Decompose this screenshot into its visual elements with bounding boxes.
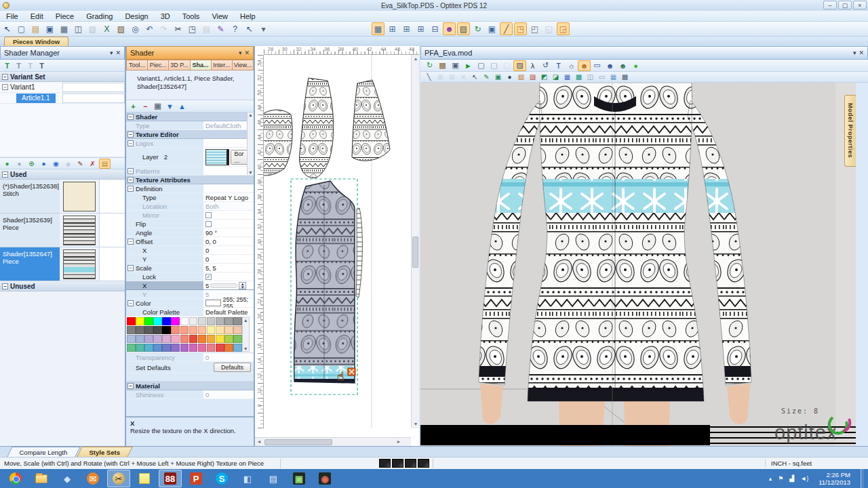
- tab-style-sets[interactable]: Style Sets: [77, 447, 133, 457]
- scale-x-slider[interactable]: [210, 283, 237, 288]
- run-simulation[interactable]: ►: [462, 60, 475, 71]
- cube-blue[interactable]: ▦: [561, 73, 573, 82]
- shader-inactive[interactable]: ●: [14, 159, 25, 169]
- palette-swatch[interactable]: [171, 326, 180, 334]
- taskbar-visual-app[interactable]: ◧: [236, 470, 259, 487]
- cube-teal[interactable]: ▩: [573, 73, 585, 82]
- cloth-drape[interactable]: ◫: [585, 73, 596, 82]
- variant-value-cell[interactable]: [62, 83, 125, 92]
- shader-panel-tab[interactable]: Piec...: [148, 60, 169, 70]
- palette-swatch[interactable]: [207, 326, 216, 334]
- prop-logos[interactable]: −Logos: [126, 139, 254, 148]
- save-file[interactable]: ▣: [43, 22, 56, 35]
- help[interactable]: ?: [229, 22, 241, 35]
- menu-item[interactable]: Help: [234, 11, 262, 22]
- prop-layer[interactable]: Layer2 Bor ...: [126, 148, 254, 167]
- taskbar-sticky-notes[interactable]: [133, 470, 156, 487]
- piece-outline[interactable]: ◰: [528, 22, 541, 35]
- palette-swatch[interactable]: [189, 335, 198, 343]
- excel-export[interactable]: X: [100, 22, 113, 35]
- flip-checkbox[interactable]: [205, 221, 212, 227]
- fabric-texture[interactable]: ▨: [513, 60, 526, 71]
- palette-swatch[interactable]: [180, 335, 189, 343]
- palette-swatch[interactable]: [127, 344, 136, 352]
- cube-red[interactable]: ▨: [527, 73, 538, 82]
- used-shaders-header[interactable]: − Used: [0, 169, 125, 180]
- taskbar-chrome[interactable]: [4, 470, 27, 487]
- shader-list-item[interactable]: Shader[1352647]Piece: [0, 247, 125, 281]
- tree-item-variant1[interactable]: − Variant1: [0, 82, 125, 93]
- pattern-canvas[interactable]: ☝: [264, 55, 411, 428]
- grading-table[interactable]: ⊞: [386, 22, 399, 35]
- piece-fold[interactable]: ◳: [514, 22, 527, 35]
- taskbar-photos-2[interactable]: ◉: [313, 470, 336, 487]
- section-texture-attributes[interactable]: −Texture Attributes: [126, 176, 254, 184]
- assign-shader[interactable]: ◉: [50, 159, 62, 169]
- palette-swatch[interactable]: [127, 335, 136, 343]
- shader-panel-tab[interactable]: Inter...: [212, 60, 233, 70]
- avatar-group[interactable]: ☻: [604, 60, 616, 71]
- split-view-right[interactable]: ⊞: [446, 73, 458, 82]
- new-variant-shirt[interactable]: T: [36, 60, 47, 70]
- collapse-icon[interactable]: −: [2, 84, 8, 90]
- undo[interactable]: ↶: [143, 22, 156, 35]
- shader-panel-tab[interactable]: 3D P...: [169, 60, 190, 70]
- palette-value[interactable]: Default Palette: [203, 308, 254, 316]
- select-cursor-tool[interactable]: ↖: [1, 22, 14, 35]
- split-view-left[interactable]: ⊞: [435, 73, 446, 82]
- grid-scrollbar[interactable]: ▲▼: [247, 113, 254, 175]
- texture-stamp[interactable]: ▩: [619, 73, 631, 82]
- apply-shader[interactable]: ●: [1, 159, 13, 169]
- shader-panel-tab[interactable]: View...: [233, 60, 254, 70]
- pin-icon[interactable]: ▾: [853, 49, 856, 56]
- close-icon[interactable]: ✕: [859, 49, 864, 56]
- menu-item[interactable]: Piece: [50, 11, 81, 22]
- design-options[interactable]: ✎: [214, 22, 227, 35]
- paste[interactable]: ▤: [200, 22, 213, 35]
- open-folder[interactable]: ▤: [29, 22, 42, 35]
- offset-value[interactable]: 0, 0: [203, 237, 254, 245]
- paint-shader-brush[interactable]: ✎: [75, 159, 86, 169]
- taskbar-dropbox[interactable]: ◆: [56, 470, 79, 487]
- palette-swatch[interactable]: [180, 317, 189, 325]
- cut-scissors[interactable]: ✂: [172, 22, 184, 35]
- section-material[interactable]: −Material: [126, 382, 254, 390]
- redo[interactable]: ↷: [157, 22, 170, 35]
- texture-mode[interactable]: ▩: [436, 60, 449, 71]
- variants-table[interactable]: ⊞: [400, 22, 413, 35]
- add-avatar[interactable]: ☻: [616, 60, 629, 71]
- palette-swatch[interactable]: [224, 344, 233, 352]
- defaults-button[interactable]: Defaults: [214, 363, 251, 372]
- shader-list-item[interactable]: Shader[1352639]Piece: [0, 214, 125, 247]
- vertical-scrollbar[interactable]: ▲ ▼: [411, 55, 419, 428]
- measure-ruler[interactable]: ╱: [500, 22, 513, 35]
- scale-value[interactable]: 5, 5: [203, 264, 254, 272]
- text-annotation[interactable]: T: [552, 60, 565, 71]
- cloth-flat[interactable]: ▭: [596, 73, 608, 82]
- avatar-appearance[interactable]: ☻: [578, 60, 591, 71]
- article-value-cell[interactable]: [62, 94, 125, 103]
- horizontal-scrollbar[interactable]: ◄ ►: [255, 437, 411, 446]
- cube-orange[interactable]: ▧: [515, 73, 527, 82]
- prop-definition[interactable]: −Definition: [126, 184, 254, 193]
- palette-swatch[interactable]: [216, 335, 224, 343]
- remove-view[interactable]: ✕: [458, 73, 469, 82]
- def-type-value[interactable]: Repeat Y Logo: [203, 193, 254, 201]
- palette-swatch[interactable]: [198, 344, 207, 352]
- palette-swatch[interactable]: [162, 317, 171, 325]
- palette-swatch[interactable]: [153, 344, 162, 352]
- frame-tool[interactable]: ▣: [486, 22, 498, 35]
- fabric-pattern[interactable]: ▨: [457, 22, 470, 35]
- menu-item[interactable]: File: [0, 11, 24, 22]
- rotate-view[interactable]: ↺: [539, 60, 552, 71]
- palette-swatch[interactable]: [180, 326, 189, 334]
- palette-swatch[interactable]: [144, 344, 153, 352]
- render-quality-sphere[interactable]: ●: [629, 60, 642, 71]
- palette-swatch[interactable]: [233, 326, 242, 334]
- maximize-button[interactable]: ▢: [838, 1, 852, 9]
- measure-line[interactable]: ╲: [423, 73, 435, 82]
- variant-set-header[interactable]: − Variant Set: [0, 72, 125, 82]
- cube-green[interactable]: ◩: [538, 73, 550, 82]
- palette-swatch[interactable]: [216, 317, 224, 325]
- tree-item-article[interactable]: Article1.1: [0, 93, 125, 104]
